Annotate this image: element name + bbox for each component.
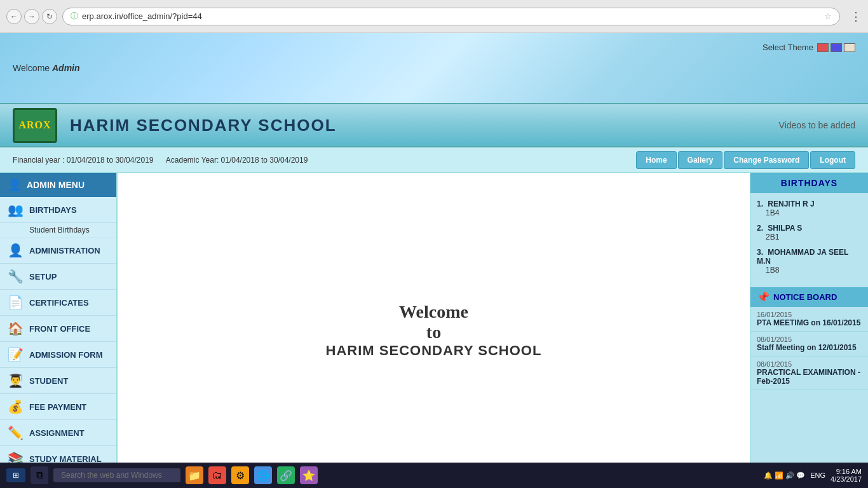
admin-menu-header: 👤 ADMIN MENU xyxy=(0,173,116,197)
taskbar-app-1[interactable]: 📁 xyxy=(186,466,203,484)
birthday-item-1: 1. RENJITH R J 1B4 xyxy=(757,200,862,217)
taskbar-time: 9:16 AM xyxy=(831,468,862,475)
taskbar-app-2[interactable]: 🗂 xyxy=(208,466,226,484)
setup-icon: 🔧 xyxy=(6,269,24,284)
sidebar-item-certificates[interactable]: 📄 CERTIFICATES xyxy=(0,290,116,316)
birthdays-panel-header: BIRTHDAYS xyxy=(750,173,868,193)
birthday-name-1: RENJITH R J xyxy=(768,200,814,208)
student-icon: 👨‍🎓 xyxy=(6,373,24,388)
notice-icon: 📌 xyxy=(757,291,770,303)
admission-form-icon: 📝 xyxy=(6,347,24,362)
taskbar-chrome-icon[interactable]: 🌐 xyxy=(254,466,272,484)
birthday-name-3: MOHAMMAD JA SEEL M.N xyxy=(757,248,848,266)
notice-board-label: NOTICE BOARD xyxy=(773,292,837,302)
sidebar-administration-label: ADMINISTRATION xyxy=(29,246,100,255)
nav-buttons: Home Gallery Change Password Logout xyxy=(636,151,855,169)
birthday-name-2: SHILPA S xyxy=(768,224,802,233)
secure-icon: ⓘ xyxy=(71,11,78,22)
taskbar-search-input[interactable] xyxy=(53,468,180,482)
school-logo: AROX xyxy=(13,108,57,143)
taskbar-app-5[interactable]: ⭐ xyxy=(300,466,318,484)
academic-year: Academic Year: 01/04/2018 to 30/04/2019 xyxy=(166,156,308,165)
top-area: Welcome Admin Select Theme xyxy=(0,33,868,103)
back-button[interactable]: ← xyxy=(6,9,22,24)
logo-text: AROX xyxy=(18,119,51,131)
school-name: HARIM SECONDARY SCHOOL xyxy=(70,116,337,135)
sidebar-fee-payment-label: FEE PAYMENT xyxy=(29,402,86,412)
administration-icon: 👤 xyxy=(6,243,24,258)
taskbar-app-3[interactable]: ⚙ xyxy=(231,466,249,484)
taskbar-icons-area: 🔔 📶 🔊 💬 xyxy=(764,471,805,480)
notice-list: 16/01/2015 PTA MEETIMG on 16/01/2015 08/… xyxy=(750,307,868,390)
welcome-line2: to xyxy=(326,322,542,342)
birthday-item-3: 3. MOHAMMAD JA SEEL M.N 1B8 xyxy=(757,248,862,274)
sidebar-item-front-office[interactable]: 🏠 FRONT OFFICE xyxy=(0,316,116,342)
financial-info: Financial year : 01/04/2018 to 30/04/201… xyxy=(13,156,636,165)
sidebar-birthdays-label: BIRTHDAYS xyxy=(29,205,77,215)
notice-text-3: PRACTICAL EXAMINATION - Feb-2015 xyxy=(757,368,862,386)
bookmark-icon: ☆ xyxy=(824,11,832,21)
welcome-label: Welcome xyxy=(13,63,50,73)
browser-chrome: ← → ↻ ⓘ erp.arox.in/office_admin/?pid=44… xyxy=(0,0,868,33)
notice-text-1: PTA MEETIMG on 16/01/2015 xyxy=(757,318,862,327)
videos-text: Videos to be added xyxy=(779,120,855,130)
taskbar-right: 🔔 📶 🔊 💬 ENG 9:16 AM 4/23/2017 xyxy=(764,468,862,483)
taskbar: ⊞ ⧉ 📁 🗂 ⚙ 🌐 🔗 ⭐ 🔔 📶 🔊 💬 ENG 9:16 AM 4/23… xyxy=(0,463,868,488)
gallery-button[interactable]: Gallery xyxy=(678,151,723,169)
home-button[interactable]: Home xyxy=(636,151,676,169)
sidebar-item-fee-payment[interactable]: 💰 FEE PAYMENT xyxy=(0,394,116,420)
start-button[interactable]: ⊞ xyxy=(6,468,25,482)
taskbar-app-4[interactable]: 🔗 xyxy=(277,466,295,484)
school-header: AROX HARIM SECONDARY SCHOOL Videos to be… xyxy=(0,103,868,147)
notice-date-2: 08/01/2015 xyxy=(757,336,862,343)
sidebar-student-label: STUDENT xyxy=(29,376,68,386)
sidebar-front-office-label: FRONT OFFICE xyxy=(29,324,90,334)
windows-icon: ⊞ xyxy=(13,471,19,480)
main-layout: 👤 ADMIN MENU 👥 BIRTHDAYS Student Birthda… xyxy=(0,173,868,488)
sidebar-item-birthdays[interactable]: 👥 BIRTHDAYS xyxy=(0,197,116,223)
welcome-block: Welcome to HARIM SECONDARY SCHOOL xyxy=(326,302,542,359)
browser-menu-icon[interactable]: ⋮ xyxy=(850,10,862,24)
address-bar[interactable]: ⓘ erp.arox.in/office_admin/?pid=44 ☆ xyxy=(62,8,840,25)
sidebar-certificates-label: CERTIFICATES xyxy=(29,298,89,308)
notice-board-header: 📌 NOTICE BOARD xyxy=(750,287,868,307)
taskbar-lang: ENG xyxy=(810,471,825,479)
main-content: Welcome to HARIM SECONDARY SCHOOL xyxy=(118,173,750,488)
sidebar-item-assignment[interactable]: ✏️ ASSIGNMENT xyxy=(0,420,116,446)
birthdays-icon: 👥 xyxy=(6,202,24,217)
assignment-icon: ✏️ xyxy=(6,425,24,440)
birthday-class-3: 1B8 xyxy=(757,266,862,274)
birthday-num-3: 3. xyxy=(757,248,763,257)
sidebar: 👤 ADMIN MENU 👥 BIRTHDAYS Student Birthda… xyxy=(0,173,118,488)
birthday-class-1: 1B4 xyxy=(757,208,862,217)
forward-button[interactable]: → xyxy=(24,9,39,24)
sidebar-item-admission-form[interactable]: 📝 ADMISSION FORM xyxy=(0,342,116,368)
taskbar-time-date: 9:16 AM 4/23/2017 xyxy=(831,468,862,483)
refresh-button[interactable]: ↻ xyxy=(42,9,57,24)
admin-name: Admin xyxy=(52,63,80,73)
taskview-icon[interactable]: ⧉ xyxy=(31,466,48,484)
sidebar-item-setup[interactable]: 🔧 SETUP xyxy=(0,264,116,290)
sidebar-item-student[interactable]: 👨‍🎓 STUDENT xyxy=(0,368,116,394)
taskbar-date: 4/23/2017 xyxy=(831,475,862,483)
birthday-list: 1. RENJITH R J 1B4 2. SHILPA S 2B1 3. MO… xyxy=(750,193,868,287)
welcome-line3: HARIM SECONDARY SCHOOL xyxy=(326,342,542,359)
welcome-line1: Welcome xyxy=(326,302,542,322)
change-password-button[interactable]: Change Password xyxy=(724,151,809,169)
logout-button[interactable]: Logout xyxy=(810,151,855,169)
birthday-class-2: 2B1 xyxy=(757,233,862,241)
birthday-num-1: 1. xyxy=(757,200,763,208)
sidebar-sub-student-birthdays[interactable]: Student Birthdays xyxy=(0,223,116,238)
notice-item-1: 16/01/2015 PTA MEETIMG on 16/01/2015 xyxy=(750,307,868,332)
financial-year: Financial year : 01/04/2018 to 30/04/201… xyxy=(13,156,154,165)
url-text: erp.arox.in/office_admin/?pid=44 xyxy=(82,11,202,21)
browser-nav: ← → ↻ xyxy=(6,9,57,24)
notice-text-2: Staff Meeting on 12/01/2015 xyxy=(757,343,862,352)
sidebar-item-administration[interactable]: 👤 ADMINISTRATION xyxy=(0,238,116,264)
sidebar-admission-form-label: ADMISSION FORM xyxy=(29,350,103,360)
birthday-num-2: 2. xyxy=(757,224,763,233)
sidebar-setup-label: SETUP xyxy=(29,272,57,281)
admin-menu-label: ADMIN MENU xyxy=(27,180,85,190)
notice-item-3: 08/01/2015 PRACTICAL EXAMINATION - Feb-2… xyxy=(750,356,868,390)
certificates-icon: 📄 xyxy=(6,295,24,310)
